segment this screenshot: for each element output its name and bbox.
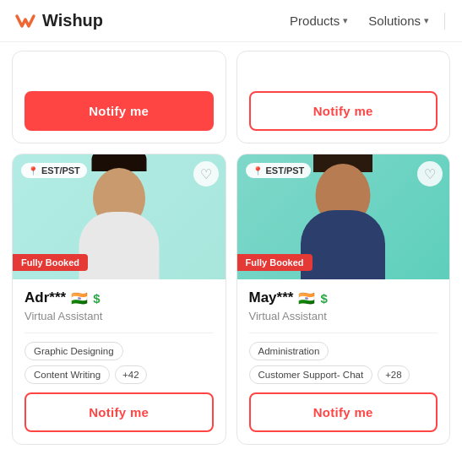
nav-products[interactable]: Products ▾	[281, 8, 356, 33]
notify-button-top-left[interactable]: Notify me	[24, 91, 214, 131]
pin-icon: 📍	[28, 166, 38, 176]
shirt-1	[79, 212, 159, 279]
main-content: Notify me Notify me 📍 EST/PST ♡ Full	[0, 42, 462, 457]
divider-2	[249, 333, 438, 333]
card-name-2: May***	[249, 289, 294, 306]
logo-icon	[14, 9, 37, 33]
nav-solutions-label: Solutions	[368, 14, 421, 28]
top-card-right: Notify me	[236, 51, 451, 143]
card-name-row-2: May*** 🇮🇳 $	[249, 289, 438, 306]
top-cards-row: Notify me Notify me	[12, 51, 450, 143]
logo-text: Wishup	[42, 11, 103, 30]
cards-row: 📍 EST/PST ♡ Fully Booked Adr*** 🇮🇳 $ Vir…	[12, 154, 450, 445]
nav-divider	[444, 13, 445, 30]
logo[interactable]: Wishup	[14, 9, 103, 33]
card-body-2: May*** 🇮🇳 $ Virtual Assistant Administra…	[237, 279, 450, 444]
card-image-2: 📍 EST/PST ♡ Fully Booked	[237, 154, 450, 279]
timezone-text-2: EST/PST	[266, 165, 305, 176]
tag-count-2: +28	[378, 365, 410, 384]
card-name-1: Adr***	[24, 289, 66, 306]
booked-badge-2: Fully Booked	[237, 254, 313, 271]
flag-1: 🇮🇳	[71, 290, 88, 306]
top-card-left: Notify me	[12, 51, 226, 143]
divider-1	[24, 333, 214, 333]
card-name-row-1: Adr*** 🇮🇳 $	[24, 289, 214, 306]
timezone-badge-2: 📍 EST/PST	[246, 163, 312, 178]
nav-solutions[interactable]: Solutions ▾	[360, 8, 438, 33]
card-image-1: 📍 EST/PST ♡ Fully Booked	[13, 154, 226, 279]
profile-card-2: 📍 EST/PST ♡ Fully Booked May*** 🇮🇳 $ Vir…	[236, 154, 451, 445]
tag-administration: Administration	[249, 342, 329, 360]
tag-content-writing: Content Writing	[24, 365, 110, 384]
chevron-down-icon: ▾	[343, 15, 348, 26]
tags-1: Graphic Designing Content Writing +42	[24, 342, 214, 384]
main-nav: Products ▾ Solutions ▾	[281, 8, 448, 33]
card-body-1: Adr*** 🇮🇳 $ Virtual Assistant Graphic De…	[13, 279, 226, 444]
booked-badge-1: Fully Booked	[13, 254, 88, 271]
notify-button-2[interactable]: Notify me	[249, 392, 438, 432]
tag-customer-support: Customer Support- Chat	[249, 365, 373, 384]
notify-button-1[interactable]: Notify me	[24, 392, 214, 432]
header: Wishup Products ▾ Solutions ▾	[0, 0, 462, 42]
dollar-icon-2: $	[320, 291, 327, 306]
card-role-1: Virtual Assistant	[24, 310, 214, 322]
favorite-button-1[interactable]: ♡	[193, 161, 219, 187]
tag-graphic-designing: Graphic Designing	[24, 342, 123, 360]
flag-2: 🇮🇳	[298, 290, 315, 306]
profile-card-1: 📍 EST/PST ♡ Fully Booked Adr*** 🇮🇳 $ Vir…	[12, 154, 226, 445]
timezone-text-1: EST/PST	[41, 165, 80, 176]
card-role-2: Virtual Assistant	[249, 310, 438, 322]
pin-icon-2: 📍	[253, 166, 263, 176]
suit-2	[301, 210, 385, 279]
tags-2: Administration Customer Support- Chat +2…	[249, 342, 438, 384]
favorite-button-2[interactable]: ♡	[417, 161, 443, 187]
chevron-down-icon: ▾	[424, 15, 429, 26]
dollar-icon-1: $	[93, 291, 100, 306]
timezone-badge-1: 📍 EST/PST	[21, 163, 87, 178]
nav-products-label: Products	[290, 14, 340, 28]
tag-count-1: +42	[115, 365, 147, 384]
notify-button-top-right[interactable]: Notify me	[249, 91, 438, 131]
